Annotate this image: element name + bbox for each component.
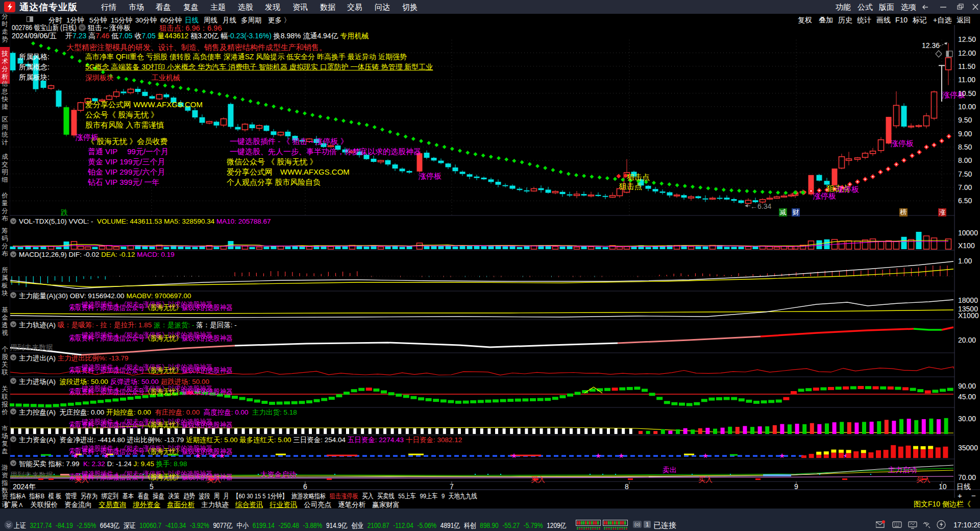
svg-text:★: ★ [511, 452, 517, 460]
svg-text:★: ★ [595, 452, 601, 460]
svg-text:★: ★ [618, 452, 624, 460]
svg-text:★: ★ [779, 452, 785, 460]
svg-text:★: ★ [702, 452, 708, 460]
